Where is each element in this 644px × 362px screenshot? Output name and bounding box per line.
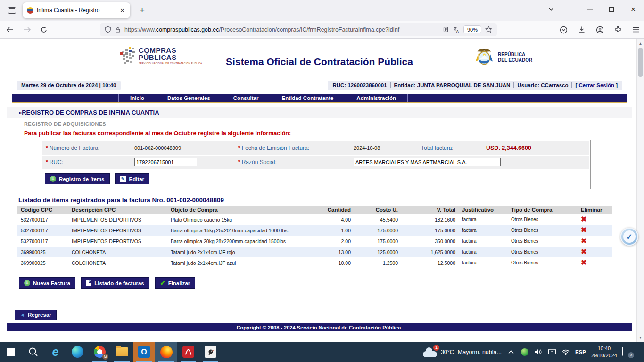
table-cell: 369900025: [17, 247, 68, 257]
regresar-button[interactable]: ◄Regresar: [15, 310, 57, 320]
outlook-button[interactable]: O: [133, 342, 155, 362]
registro-items-button[interactable]: +Registro de ítems: [45, 173, 110, 184]
file-explorer-icon: [116, 347, 128, 356]
notification-icon: [622, 347, 623, 356]
listado-facturas-button[interactable]: Listado de facturas: [81, 277, 149, 289]
form-row-1: *Número de Factura: 001-002-000048809 *F…: [42, 141, 589, 155]
firefox-view-button[interactable]: [5, 4, 19, 17]
file-explorer-button[interactable]: [111, 342, 133, 362]
nav-item-consultar[interactable]: Consultar: [222, 94, 270, 102]
delete-item-icon[interactable]: ✖: [581, 247, 587, 255]
total-factura-value: USD. 2,344.6600: [486, 145, 589, 151]
display-cast-icon[interactable]: [548, 348, 556, 356]
table-cell-delete: ✖: [578, 236, 612, 247]
separator: [571, 82, 572, 88]
edge-button[interactable]: [66, 342, 89, 362]
wifi-icon[interactable]: [561, 348, 570, 356]
acrobat-button[interactable]: [177, 342, 199, 362]
scroll-up-arrow[interactable]: ▲: [637, 40, 644, 47]
scrollbar-thumb[interactable]: [638, 48, 643, 77]
main-nav: InicioDatos GeneralesConsultarEntidad Co…: [12, 94, 627, 103]
new-tab-button[interactable]: +: [136, 4, 149, 16]
table-cell: 13.00: [314, 247, 354, 257]
tab-close-icon[interactable]: ✕: [119, 7, 126, 14]
firefox-button[interactable]: [155, 342, 177, 362]
notification-center-button[interactable]: 3: [622, 347, 633, 357]
browser-tab[interactable]: Infima Cuantía - Registro ✕: [23, 2, 130, 18]
url-bar[interactable]: https://www.compraspublicas.gob.ec/Proce…: [100, 23, 497, 36]
taskbar-clock[interactable]: 10:4029/10/2024: [591, 345, 617, 359]
column-header: Descripción CPC: [68, 206, 167, 214]
delete-item-icon[interactable]: ✖: [581, 237, 587, 245]
nav-item-datos-generales[interactable]: Datos Generales: [156, 94, 222, 102]
table-cell: 5327000117: [17, 214, 68, 225]
table-cell: 369900025: [17, 257, 68, 268]
weather-temp: 30°C: [441, 349, 454, 355]
bookmark-star-icon[interactable]: [485, 26, 492, 33]
downloads-icon[interactable]: [578, 26, 586, 33]
tab-title: Infima Cuantía - Registro: [37, 7, 116, 14]
translate-icon[interactable]: A: [453, 26, 460, 33]
reader-view-icon[interactable]: [443, 26, 449, 33]
gov-logo-line2: DEL ECUADOR: [498, 58, 532, 64]
list-tabs-button[interactable]: [540, 0, 562, 19]
razon-social-input[interactable]: [354, 158, 501, 166]
column-header: Eliminar: [578, 206, 612, 214]
page-scrollbar[interactable]: ▲ ▼: [636, 39, 644, 342]
account-icon[interactable]: [596, 26, 604, 34]
reload-button[interactable]: [37, 23, 51, 36]
scroll-down-arrow[interactable]: ▼: [637, 334, 644, 341]
language-indicator[interactable]: ESP: [575, 349, 586, 355]
column-header: Código CPC: [17, 206, 68, 214]
ruc-input[interactable]: [134, 158, 197, 166]
floating-assistant-widget[interactable]: ✓: [620, 228, 638, 246]
pocket-icon[interactable]: [560, 26, 568, 34]
plus-icon: +: [24, 280, 30, 286]
zoom-level-indicator[interactable]: 90%: [463, 25, 481, 33]
nav-item-administración[interactable]: Administración: [345, 94, 408, 102]
table-cell: factura: [459, 257, 508, 268]
plus-icon: +: [50, 176, 56, 182]
editar-button[interactable]: ✎Editar: [115, 173, 150, 184]
start-button[interactable]: [0, 342, 22, 362]
outlook-icon: O: [138, 346, 150, 358]
table-cell: 45.5400: [354, 214, 401, 225]
gov-logo-line1: REPÚBLICA: [498, 52, 532, 58]
windows-logo-icon: [7, 348, 16, 356]
minimize-button[interactable]: [579, 0, 601, 19]
close-window-button[interactable]: ✕: [622, 0, 644, 19]
firefox-view-icon: [8, 7, 16, 14]
table-cell: Otros Bienes: [508, 247, 578, 257]
numero-factura-label: *Número de Factura:: [42, 145, 134, 151]
show-desktop-button[interactable]: [638, 342, 640, 362]
nueva-factura-button[interactable]: +Nueva Factura: [19, 277, 75, 289]
extensions-icon[interactable]: [614, 26, 622, 33]
finalizar-button[interactable]: ✔Finalizar: [155, 277, 196, 289]
delete-item-icon[interactable]: ✖: [581, 226, 587, 234]
fecha-emision-label: *Fecha de Emisión Factura:: [234, 145, 354, 151]
tray-chevron-icon[interactable]: [507, 348, 515, 356]
forward-button[interactable]: [20, 23, 34, 36]
table-cell: factura: [459, 247, 508, 257]
table-cell: Tatami judo 2x1x4cm.IJF azul: [167, 257, 314, 268]
page-content: COMPRAS PÚBLICAS SERVICIO NACIONAL DE CO…: [7, 39, 632, 342]
nav-item-entidad-contratante[interactable]: Entidad Contratante: [270, 94, 345, 102]
bird-app-button[interactable]: [199, 342, 222, 362]
info-row: Martes 29 de Octubre de 2024 | 10:40 RUC…: [17, 81, 622, 90]
antivirus-icon[interactable]: [520, 348, 529, 356]
delete-item-icon[interactable]: ✖: [581, 258, 587, 266]
table-row: 5327000117IMPLEMENTOS DEPORTIVOSPlato Ol…: [17, 214, 612, 225]
chrome-button[interactable]: [89, 342, 111, 362]
volume-icon[interactable]: [534, 348, 543, 356]
table-cell: 175.0000: [354, 225, 401, 236]
nav-item-inicio[interactable]: Inicio: [118, 94, 156, 102]
internet-explorer-button[interactable]: e: [44, 342, 66, 362]
taskbar-search-button[interactable]: [22, 342, 44, 362]
back-button[interactable]: [3, 23, 17, 36]
delete-item-icon[interactable]: ✖: [581, 215, 587, 223]
table-cell-delete: ✖: [578, 247, 612, 257]
restore-button[interactable]: [601, 0, 622, 19]
menu-hamburger-icon[interactable]: [632, 27, 639, 33]
weather-widget[interactable]: 1 30°C Mayorm. nubla...: [423, 347, 502, 357]
logout-link[interactable]: Cerrar Sesión: [579, 82, 614, 88]
